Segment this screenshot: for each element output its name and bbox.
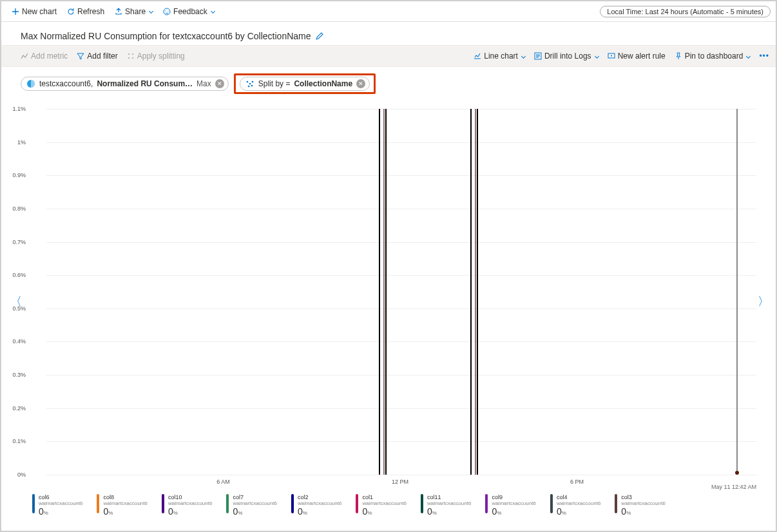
legend-text: col1walmartcxaccount60% (362, 494, 406, 517)
split-value: CollectionName (294, 79, 352, 88)
pin-icon (675, 52, 682, 60)
legend-swatch (162, 494, 164, 513)
legend-item[interactable]: col6walmartcxaccount60% (32, 494, 82, 517)
legend-swatch (97, 494, 99, 513)
split-dots-icon (245, 79, 254, 88)
apply-splitting-button[interactable]: Apply splitting (127, 52, 185, 61)
y-tick-label: 0.1% (10, 438, 26, 444)
chart-area: May 11 12:42 AM 0%0.1%0.2%0.3%0.4%0.5%0.… (28, 109, 756, 490)
gridline (46, 375, 756, 375)
legend-series-name: col6 (39, 494, 82, 500)
edit-icon[interactable] (315, 32, 323, 41)
chart-grid (46, 109, 756, 475)
top-command-bar: New chart Refresh Share Feedback Local T… (1, 1, 776, 22)
svg-point-9 (611, 55, 612, 57)
legend-item[interactable]: col10walmartcxaccount60% (162, 494, 212, 517)
legend-series-name: col2 (298, 494, 341, 500)
legend-swatch (615, 494, 617, 513)
pin-dashboard-button[interactable]: Pin to dashboard (675, 52, 751, 61)
alert-icon (608, 52, 615, 60)
chevron-down-icon (211, 9, 215, 14)
metric-name: Normalized RU Consum… (97, 79, 193, 88)
y-tick-label: 0% (10, 471, 26, 478)
svg-point-2 (168, 10, 168, 11)
x-tick-label: 12 PM (392, 479, 408, 485)
legend-swatch (226, 494, 229, 513)
legend-text: col2walmartcxaccount60% (298, 494, 341, 517)
svg-point-4 (132, 53, 133, 55)
time-range-pill[interactable]: Local Time: Last 24 hours (Automatic - 5… (600, 6, 771, 17)
gridline (46, 341, 756, 342)
gridline (46, 408, 756, 409)
add-metric-button[interactable]: Add metric (21, 52, 68, 61)
gridline (46, 309, 756, 309)
legend-item[interactable]: col2walmartcxaccount60% (291, 494, 341, 517)
highlight-box: Split by = CollectionName ✕ (234, 73, 376, 94)
x-tick-label: 6 PM (570, 479, 584, 485)
add-filter-button[interactable]: Add filter (77, 52, 117, 61)
svg-point-6 (132, 57, 133, 59)
y-tick-label: 0.3% (10, 372, 26, 378)
chart-title-text: Max Normalized RU Consumption for textcx… (21, 31, 311, 41)
new-alert-button[interactable]: New alert rule (608, 52, 666, 61)
resource-icon (26, 79, 35, 88)
legend-series-unit: % (367, 510, 372, 516)
y-tick-label: 0.9% (10, 172, 26, 178)
legend-series-sub: walmartcxaccount6 (168, 500, 212, 506)
legend-item[interactable]: col1walmartcxaccount60% (356, 494, 406, 517)
legend-series-unit: % (432, 510, 437, 516)
logs-icon (534, 52, 542, 60)
chart-toolbar: Add metric Add filter Apply splitting Li… (1, 45, 776, 67)
legend-series-unit: % (238, 510, 242, 516)
y-tick-label: 0.5% (10, 305, 26, 312)
legend-item[interactable]: col3walmartcxaccount60% (615, 494, 665, 517)
legend-series-unit: % (562, 510, 566, 516)
legend-series-sub: walmartcxaccount6 (233, 500, 276, 506)
line-chart-icon (474, 52, 481, 60)
filter-icon (77, 52, 84, 60)
legend-item[interactable]: col9walmartcxaccount60% (485, 494, 535, 517)
legend-item[interactable]: col8walmartcxaccount60% (97, 494, 147, 517)
legend-series-sub: walmartcxaccount6 (621, 500, 665, 506)
legend-series-value: 0 (621, 506, 626, 517)
footer-time-label: May 11 12:42 AM (711, 484, 756, 490)
y-tick-label: 1% (10, 139, 26, 146)
y-tick-label: 0.7% (10, 239, 26, 245)
legend-series-unit: % (173, 510, 178, 516)
refresh-label: Refresh (77, 7, 104, 16)
svg-point-11 (246, 81, 248, 83)
legend-item[interactable]: col7walmartcxaccount60% (226, 494, 276, 517)
legend-series-value: 0 (557, 506, 562, 517)
legend-series-sub: walmartcxaccount6 (298, 500, 341, 506)
refresh-button[interactable]: Refresh (62, 1, 110, 21)
share-button[interactable]: Share (110, 1, 158, 21)
legend-text: col8walmartcxaccount60% (103, 494, 147, 517)
feedback-button[interactable]: Feedback (158, 1, 220, 21)
legend-series-unit: % (626, 510, 631, 516)
legend-series-unit: % (497, 510, 501, 516)
legend-swatch (421, 494, 423, 513)
x-tick-label: 6 AM (216, 479, 230, 485)
more-button[interactable]: ••• (759, 52, 769, 61)
pill-row: testcxaccount6, Normalized RU Consum… Ma… (1, 67, 776, 99)
split-pill[interactable]: Split by = CollectionName ✕ (240, 77, 370, 91)
legend-item[interactable]: col11walmartcxaccount60% (421, 494, 471, 517)
legend-item[interactable]: col4walmartcxaccount60% (550, 494, 600, 517)
legend-series-sub: walmartcxaccount6 (362, 500, 406, 506)
legend-series-sub: walmartcxaccount6 (103, 500, 147, 506)
remove-split-icon[interactable]: ✕ (356, 79, 365, 88)
legend-series-value: 0 (427, 506, 432, 517)
drill-logs-button[interactable]: Drill into Logs (534, 52, 599, 61)
gridline (46, 109, 756, 109)
gridline (46, 475, 756, 475)
next-arrow-icon[interactable]: 〉 (755, 291, 772, 312)
data-spike (470, 109, 478, 475)
legend-series-unit: % (303, 510, 307, 516)
legend-series-name: col9 (492, 494, 535, 500)
metric-pill[interactable]: testcxaccount6, Normalized RU Consum… Ma… (21, 77, 229, 91)
line-chart-dropdown[interactable]: Line chart (474, 52, 525, 61)
new-chart-button[interactable]: New chart (6, 1, 62, 21)
share-label: Share (125, 7, 146, 16)
remove-metric-icon[interactable]: ✕ (215, 79, 224, 88)
refresh-icon (67, 8, 75, 15)
